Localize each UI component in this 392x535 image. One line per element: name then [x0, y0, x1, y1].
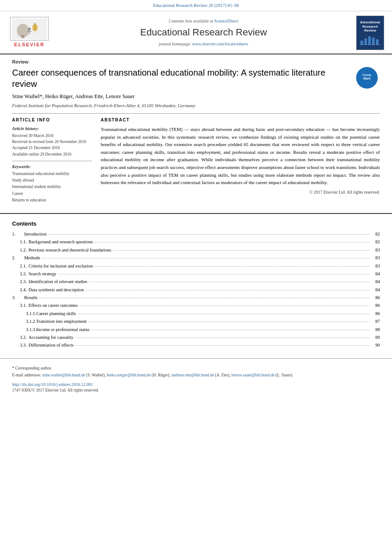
toc-item-3-2: 3.2. Accounting for causality 89	[12, 334, 380, 341]
email-sauer[interactable]: lenore.sauer@bib.bund.de	[232, 373, 275, 377]
email-rueger[interactable]: heiko.rueger@bib.bund.de	[107, 373, 150, 377]
svg-rect-12	[368, 36, 371, 45]
toc-label: Search strategy	[29, 270, 56, 278]
elsevier-logo-box	[10, 17, 49, 41]
toc-label: Introduction	[24, 230, 47, 238]
crossmark-icon: Cross Mark	[356, 67, 378, 89]
toc-list: 1. Introduction 82 1.1. Background and r…	[12, 230, 380, 350]
svg-rect-14	[376, 39, 379, 45]
toc-num: 2.3.	[12, 278, 29, 286]
toc-page: 87	[371, 318, 380, 325]
toc-item-2-1: 2.1. Criteria for inclusion and exclusio…	[12, 262, 380, 270]
toc-page: 86	[371, 294, 380, 302]
journal-center: Contents lists available at ScienceDirec…	[55, 18, 352, 47]
toc-page: 88	[371, 326, 380, 334]
svg-rect-10	[360, 41, 363, 45]
toc-dots	[89, 282, 370, 282]
contents-line: Contents lists available at ScienceDirec…	[55, 18, 352, 24]
article-type: Review	[12, 59, 380, 65]
toc-item-2-3: 2.3. Identification of relevant studies …	[12, 278, 380, 286]
cover-line3: Review	[364, 29, 376, 32]
citation-text: Educational Research Review 20 (2017) 81…	[153, 3, 239, 8]
author-waibel: (S. Waibel),	[86, 373, 107, 377]
keyword-2: Study abroad	[12, 177, 92, 184]
toc-page: 84	[371, 270, 380, 278]
toc-dots	[58, 274, 370, 274]
footer-section: * Corresponding author. E-mail addresses…	[0, 358, 392, 397]
toc-item-2-2: 2.2. Search strategy 84	[12, 270, 380, 278]
toc-dots	[39, 298, 370, 298]
sciencedirect-link[interactable]: ScienceDirect	[214, 19, 238, 23]
toc-num: 1.2.	[12, 246, 29, 254]
toc-item-1-1: 1.1. Background and research questions 8…	[12, 238, 380, 246]
abstract-column: Abstract Transnational educational mobil…	[101, 117, 380, 207]
doi-link[interactable]: http://dx.doi.org/10.1016/j.edurev.2016.…	[12, 382, 93, 387]
toc-label: Transition into employment	[36, 318, 87, 325]
toc-num: 3.2.	[12, 334, 29, 341]
article-info-heading: Article Info	[12, 117, 92, 123]
toc-num: 2.1.	[12, 262, 29, 270]
svg-rect-13	[372, 38, 375, 45]
issn-line: 1747-938X/© 2017 Elsevier Ltd. All right…	[12, 388, 380, 393]
svg-rect-2	[22, 35, 24, 38]
toc-page: 83	[371, 262, 380, 270]
journal-header: ELSEVIER Contents lists available at Sci…	[0, 11, 392, 54]
toc-item-2-4: 2.4. Data synthesis and description 84	[12, 286, 380, 294]
keyword-3: International student mobility	[12, 184, 92, 190]
toc-label: Income or professional status	[36, 326, 89, 334]
toc-dots	[91, 330, 370, 330]
corresponding-note: * Corresponding author.	[12, 366, 380, 371]
contents-label: Contents lists available at	[169, 19, 213, 23]
keyword-4: Career	[12, 191, 92, 197]
toc-num: 3.1.1.	[12, 310, 36, 318]
toc-page: 90	[371, 341, 380, 349]
svg-rect-11	[364, 38, 367, 45]
journal-title: Educational Research Review	[55, 26, 352, 39]
toc-item-3-1-2: 3.1.2. Transition into employment 87	[12, 318, 380, 325]
toc-page: 86	[371, 302, 380, 309]
elsevier-text: ELSEVIER	[14, 41, 45, 48]
elsevier-tree-icon	[12, 19, 47, 39]
toc-label: Previous research and theoretical founda…	[29, 246, 111, 254]
toc-label: Career planning skills	[36, 310, 76, 318]
toc-item-3: 3. Results 86	[12, 294, 380, 302]
toc-dots	[78, 314, 370, 314]
citation-bar: Educational Research Review 20 (2017) 81…	[0, 0, 392, 11]
keyword-1: Transnational educational mobility	[12, 171, 92, 177]
toc-label: Background and research questions	[29, 238, 93, 246]
toc-item-1-2: 1.2. Previous research and theoretical f…	[12, 246, 380, 254]
toc-num: 3.1.2.	[12, 318, 36, 325]
email-waibel[interactable]: stine.waibel@bib.bund.de	[42, 373, 85, 377]
toc-item-3-1-1: 3.1.1. Career planning skills 86	[12, 310, 380, 318]
history-online: Available online 29 December 2016	[12, 151, 92, 157]
author-rueger: (H. Rüger),	[152, 373, 172, 377]
svg-text:Mark: Mark	[363, 77, 370, 80]
cover-title: Educational Research Review	[360, 20, 380, 33]
toc-num: 1.1.	[12, 238, 29, 246]
doi-line: http://dx.doi.org/10.1016/j.edurev.2016.…	[12, 382, 380, 388]
toc-num: 3.1.3.	[12, 326, 36, 334]
toc-label: Results	[24, 294, 38, 302]
history-label: Article history:	[12, 126, 92, 132]
toc-num: 2.2.	[12, 270, 29, 278]
toc-label: Effects on career outcomes	[29, 302, 78, 309]
svg-rect-4	[32, 25, 38, 30]
journal-homepage: journal homepage: www.elsevier.com/locat…	[55, 41, 352, 47]
elsevier-logo: ELSEVIER	[8, 17, 51, 48]
email-ette[interactable]: andreas.ette@bib.bund.de	[172, 373, 214, 377]
history-revised: Received in revised form 20 November 201…	[12, 139, 92, 145]
toc-item-3-1: 3.1. Effects on career outcomes 86	[12, 302, 380, 309]
toc-dots	[48, 234, 370, 235]
toc-dots	[86, 290, 370, 290]
email-addresses: E-mail addresses: stine.waibel@bib.bund.…	[12, 373, 380, 378]
toc-num: 3.3.	[12, 341, 29, 349]
homepage-url[interactable]: www.elsevier.com/locate/edurev	[192, 41, 248, 46]
toc-label: Methods	[24, 254, 40, 262]
crossmark-badge: Cross Mark	[356, 67, 380, 91]
article-keywords: Keywords: Transnational educational mobi…	[12, 164, 92, 204]
author-sauer: (L. Sauer).	[276, 373, 293, 377]
history-received: Received 30 March 2016	[12, 133, 92, 139]
toc-dots	[89, 322, 370, 322]
toc-page: 83	[371, 246, 380, 254]
toc-label: Differentiation of effects	[29, 341, 73, 349]
